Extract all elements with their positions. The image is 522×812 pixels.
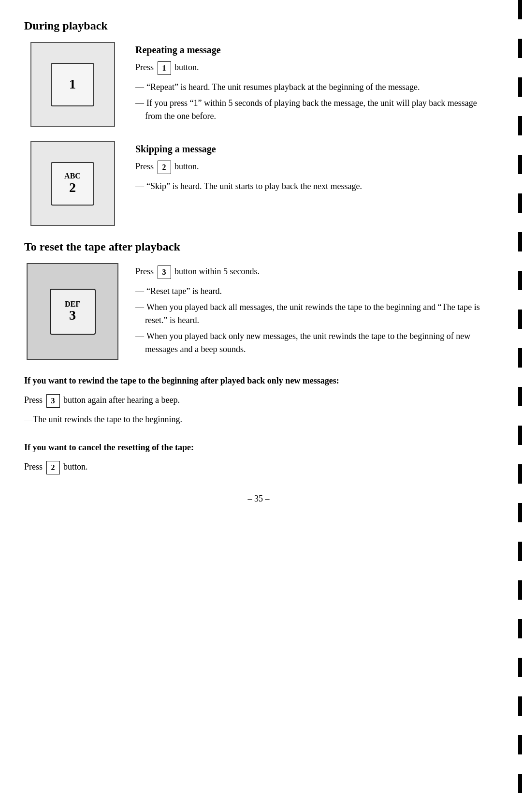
during-playback-heading: During playback xyxy=(24,19,493,32)
repeat-press-line: Press 1 button. xyxy=(135,61,493,75)
repeat-bullet-1: “Repeat” is heard. The unit resumes play… xyxy=(135,81,493,94)
keypad-letters-3: DEF xyxy=(65,300,80,309)
reset-button-suffix: button within 5 seconds. xyxy=(174,266,260,276)
right-border-decoration xyxy=(518,0,522,812)
reset-bullet-list: “Reset tape” is heard. When you played b… xyxy=(135,285,493,356)
rewind-bold-note: If you want to rewind the tape to the be… xyxy=(24,374,493,387)
repeat-message-row: 1 Repeating a message Press 1 button. “R… xyxy=(24,42,493,127)
cancel-button-inline: 2 xyxy=(46,461,60,474)
rewind-press-line: Press 3 button again after hearing a bee… xyxy=(24,393,493,408)
repeat-bullet-2: If you press “1” within 5 seconds of pla… xyxy=(135,97,493,123)
keypad-outer-1: 1 xyxy=(30,42,115,127)
keypad-inner-1: 1 xyxy=(51,63,94,106)
repeat-button-inline: 1 xyxy=(158,61,171,75)
rewind-button-suffix: button again after hearing a beep. xyxy=(63,395,180,405)
button-3-image: DEF 3 xyxy=(24,263,121,360)
reset-button-inline: 3 xyxy=(158,266,171,279)
rewind-dash-text: —The unit rewinds the tape to the beginn… xyxy=(24,413,493,427)
repeat-message-title: Repeating a message xyxy=(135,44,493,56)
skip-button-suffix: button. xyxy=(174,162,199,171)
skip-bullet-1: “Skip” is heard. The unit starts to play… xyxy=(135,180,493,193)
keypad-number-3: 3 xyxy=(69,308,76,323)
reset-tape-heading: To reset the tape after playback xyxy=(24,240,493,253)
reset-tape-row: DEF 3 Press 3 button within 5 seconds. “… xyxy=(24,263,493,360)
page-content: During playback 1 Repeating a message Pr… xyxy=(24,19,493,504)
skip-bullet-list: “Skip” is heard. The unit starts to play… xyxy=(135,180,493,193)
repeat-message-content: Repeating a message Press 1 button. “Rep… xyxy=(135,42,493,126)
repeat-button-suffix: button. xyxy=(174,62,199,72)
keypad-letters-2: ABC xyxy=(64,172,81,180)
skip-message-content: Skipping a message Press 2 button. “Skip… xyxy=(135,141,493,196)
rewind-press-text: Press xyxy=(24,395,43,405)
reset-tape-content: Press 3 button within 5 seconds. “Reset … xyxy=(135,263,493,359)
skip-press-line: Press 2 button. xyxy=(135,161,493,174)
cancel-press-text: Press xyxy=(24,462,43,472)
reset-press-text: Press xyxy=(135,266,154,276)
reset-bullet-3: When you played back only new messages, … xyxy=(135,330,493,356)
reset-press-line: Press 3 button within 5 seconds. xyxy=(135,266,493,279)
skip-message-row: ABC 2 Skipping a message Press 2 button.… xyxy=(24,141,493,226)
reset-bullet-2: When you played back all messages, the u… xyxy=(135,301,493,327)
cancel-bold-note: If you want to cancel the resetting of t… xyxy=(24,441,493,454)
skip-message-title: Skipping a message xyxy=(135,144,493,155)
cancel-button-suffix: button. xyxy=(63,462,88,472)
reset-bullet-1: “Reset tape” is heard. xyxy=(135,285,493,298)
keypad-outer-2: ABC 2 xyxy=(30,141,115,226)
keypad-outer-3: DEF 3 xyxy=(27,263,118,360)
keypad-number-1: 1 xyxy=(69,77,76,92)
skip-press-text: Press xyxy=(135,162,154,171)
button-1-image: 1 xyxy=(24,42,121,127)
button-2-image: ABC 2 xyxy=(24,141,121,226)
keypad-inner-2: ABC 2 xyxy=(51,162,94,206)
page-number: – 35 – xyxy=(24,494,493,504)
rewind-button-inline: 3 xyxy=(46,394,60,408)
repeat-press-text: Press xyxy=(135,62,154,72)
reset-tape-section: To reset the tape after playback DEF 3 P… xyxy=(24,240,493,360)
skip-button-inline: 2 xyxy=(158,161,171,174)
repeat-bullet-list: “Repeat” is heard. The unit resumes play… xyxy=(135,81,493,123)
keypad-inner-3: DEF 3 xyxy=(50,289,96,335)
cancel-press-line: Press 2 button. xyxy=(24,460,493,474)
keypad-number-2: 2 xyxy=(69,180,76,195)
